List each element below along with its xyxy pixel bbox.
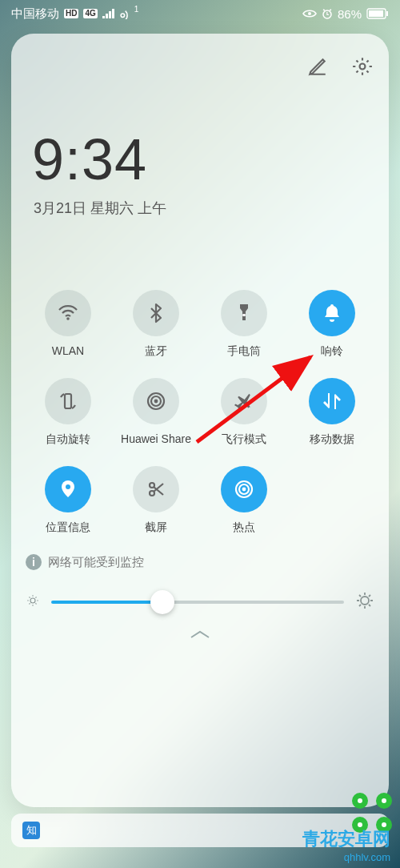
notification-app-glyph: 知 — [26, 823, 37, 838]
toggle-bluetooth: 蓝牙 — [114, 290, 198, 359]
svg-point-1 — [308, 12, 311, 15]
hotspot-icon — [233, 478, 255, 500]
toggle-wlan-label: WLAN — [26, 344, 110, 357]
toggle-screenshot-label: 截屏 — [114, 520, 198, 535]
toggle-autorotate: 自动旋转 — [26, 378, 110, 447]
svg-rect-8 — [242, 314, 246, 316]
location-icon — [57, 478, 79, 500]
svg-point-11 — [66, 484, 70, 489]
toggle-location-label: 位置信息 — [26, 520, 110, 535]
quicksettings-panel: 9:34 3月21日 星期六 上午 WLAN蓝牙手电筒响铃自动旋转Huawei … — [11, 34, 389, 807]
watermark-url: qhhlv.com — [302, 851, 390, 863]
date: 3月21日 星期六 上午 — [34, 199, 374, 218]
carrier-label: 中国移动 — [11, 6, 59, 22]
pencil-icon — [307, 56, 328, 77]
svg-point-17 — [30, 598, 35, 603]
toggle-airplane-label: 飞行模式 — [202, 432, 286, 447]
share-icon — [145, 390, 167, 412]
settings-button[interactable] — [350, 54, 374, 78]
net-badge: 4G — [83, 9, 97, 18]
hd-badge: HD — [64, 9, 78, 18]
flashlight-icon — [233, 302, 255, 324]
monitoring-notice[interactable]: i 网络可能受到监控 — [26, 554, 374, 570]
toggle-sound-label: 响铃 — [290, 344, 374, 359]
toggle-sound-button[interactable] — [309, 290, 355, 336]
clock: 9:34 — [32, 127, 374, 192]
monitoring-text: 网络可能受到监控 — [48, 555, 144, 570]
toggle-bluetooth-label: 蓝牙 — [114, 344, 198, 359]
battery-pct: 86% — [338, 7, 362, 21]
battery-icon — [366, 8, 389, 19]
toggle-huaweishare-button[interactable] — [133, 378, 179, 424]
toggle-airplane: 飞行模式 — [202, 378, 286, 447]
watermark-title: 青花安卓网 — [302, 827, 390, 851]
notification-app-icon: 知 — [22, 822, 40, 839]
edit-button[interactable] — [306, 54, 330, 78]
data-icon — [321, 390, 343, 412]
toggle-flashlight-label: 手电筒 — [202, 344, 286, 359]
toggle-screenshot-button[interactable] — [133, 466, 179, 512]
airplane-icon — [233, 390, 255, 412]
wifi-icon — [57, 302, 79, 324]
toggle-hotspot-label: 热点 — [202, 520, 286, 535]
brightness-slider[interactable] — [51, 601, 344, 604]
sim-index: 1 — [134, 5, 139, 14]
svg-rect-9 — [65, 394, 71, 408]
toggle-flashlight: 手电筒 — [202, 290, 286, 359]
brightness-high-icon — [355, 591, 374, 613]
bluetooth-icon — [145, 302, 167, 324]
alarm-icon — [322, 8, 333, 19]
svg-point-7 — [66, 317, 70, 320]
toggle-wlan: WLAN — [26, 290, 110, 359]
brightness-thumb[interactable] — [150, 590, 174, 614]
toggle-hotspot-button[interactable] — [221, 466, 267, 512]
toggle-flashlight-button[interactable] — [221, 290, 267, 336]
panel-actions — [26, 54, 374, 78]
signal-icon — [102, 9, 115, 18]
svg-point-24 — [358, 798, 362, 803]
status-left: 中国移动 HD 4G 1 — [11, 6, 143, 22]
gear-icon — [352, 56, 373, 77]
status-right: 86% — [302, 7, 389, 21]
toggle-huaweishare: Huawei Share — [114, 378, 198, 447]
signal2-icon — [120, 8, 134, 19]
toggle-autorotate-button[interactable] — [45, 378, 91, 424]
toggle-autorotate-label: 自动旋转 — [26, 432, 110, 447]
eye-icon — [302, 9, 317, 18]
toggle-location: 位置信息 — [26, 466, 110, 535]
toggle-hotspot: 热点 — [202, 466, 286, 535]
svg-point-14 — [242, 488, 246, 492]
svg-point-18 — [361, 597, 369, 605]
svg-point-10 — [154, 400, 158, 404]
toggle-wlan-button[interactable] — [45, 290, 91, 336]
watermark: 青花安卓网 qhhlv.com — [302, 827, 390, 863]
svg-point-25 — [382, 798, 386, 803]
svg-point-0 — [121, 14, 125, 18]
toggle-airplane-button[interactable] — [221, 378, 267, 424]
toggle-location-button[interactable] — [45, 466, 91, 512]
bell-icon — [321, 302, 343, 324]
rotate-icon — [57, 390, 79, 412]
toggle-huaweishare-label: Huawei Share — [114, 432, 198, 445]
svg-rect-5 — [386, 11, 388, 16]
chevron-up-icon — [190, 629, 210, 639]
svg-rect-4 — [369, 10, 383, 17]
toggle-bluetooth-button[interactable] — [133, 290, 179, 336]
status-bar: 中国移动 HD 4G 1 86% — [0, 0, 400, 27]
svg-point-6 — [360, 64, 366, 70]
toggle-mobiledata: 移动数据 — [290, 378, 374, 447]
toggle-mobiledata-label: 移动数据 — [290, 432, 374, 447]
expand-handle[interactable] — [26, 628, 374, 642]
brightness-row — [26, 591, 374, 613]
toggle-sound: 响铃 — [290, 290, 374, 359]
scissors-icon — [145, 478, 167, 500]
toggle-mobiledata-button[interactable] — [309, 378, 355, 424]
toggle-grid: WLAN蓝牙手电筒响铃自动旋转Huawei Share飞行模式移动数据位置信息截… — [26, 290, 374, 535]
toggle-screenshot: 截屏 — [114, 466, 198, 535]
brightness-low-icon — [26, 593, 40, 611]
info-icon: i — [26, 554, 42, 570]
